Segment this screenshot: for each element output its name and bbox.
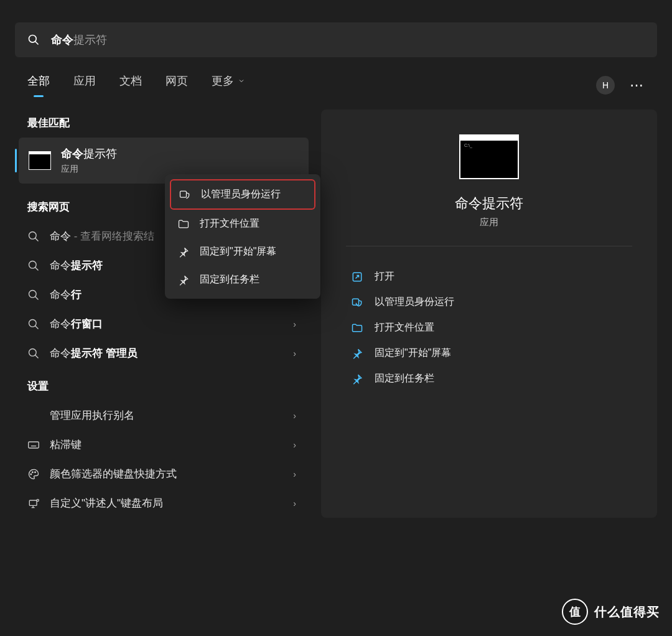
action-pin-to-taskbar[interactable]: 固定到任务栏: [334, 366, 645, 391]
svg-point-19: [32, 471, 34, 472]
settings-result-4[interactable]: 自定义"讲述人"键盘布局 ›: [15, 489, 309, 518]
settings-result-1[interactable]: 管理应用执行别名 ›: [15, 401, 309, 430]
svg-line-7: [35, 296, 39, 299]
search-input-text: 命令提示符: [51, 32, 107, 47]
search-icon: [27, 289, 40, 301]
more-options-button[interactable]: ⋯: [630, 77, 645, 93]
pin-icon: [351, 373, 363, 385]
tab-web[interactable]: 网页: [166, 73, 188, 97]
svg-line-11: [35, 355, 39, 358]
details-title: 命令提示符: [334, 194, 645, 213]
search-icon: [27, 34, 40, 46]
palette-icon: [27, 468, 40, 480]
context-menu: 以管理员身份运行 打开文件位置 固定到"开始"屏幕 固定到任务栏: [165, 174, 320, 299]
section-best-match: 最佳匹配: [27, 116, 296, 130]
action-open-file-location[interactable]: 打开文件位置: [334, 315, 645, 340]
best-match-title: 命令提示符: [61, 146, 117, 161]
svg-point-20: [35, 471, 36, 472]
chevron-down-icon: [238, 77, 245, 85]
pin-icon: [177, 246, 190, 258]
user-avatar[interactable]: H: [596, 76, 615, 95]
chevron-right-icon: ›: [293, 440, 296, 450]
web-result-5[interactable]: 命令提示符 管理员 ›: [15, 339, 309, 368]
search-icon: [27, 318, 40, 330]
svg-line-3: [35, 238, 39, 241]
pin-icon: [351, 347, 363, 360]
context-pin-to-taskbar[interactable]: 固定到任务栏: [170, 266, 315, 294]
svg-point-24: [37, 499, 39, 501]
svg-point-4: [29, 261, 37, 268]
search-icon: [27, 230, 40, 243]
best-match-subtitle: 应用: [61, 164, 117, 175]
context-pin-to-start[interactable]: 固定到"开始"屏幕: [170, 238, 315, 266]
svg-line-1: [35, 42, 39, 45]
action-run-as-admin[interactable]: 以管理员身份运行: [334, 289, 645, 315]
search-icon: [27, 260, 40, 272]
svg-rect-12: [29, 442, 39, 448]
svg-point-10: [29, 348, 37, 356]
chevron-right-icon: ›: [293, 411, 296, 421]
shield-admin-icon: [351, 296, 363, 309]
web-result-4[interactable]: 命令行窗口 ›: [15, 309, 309, 339]
app-large-icon: [459, 134, 519, 179]
svg-point-6: [29, 290, 37, 297]
pin-icon: [177, 274, 190, 286]
cmd-icon: [29, 151, 51, 170]
search-icon: [27, 347, 40, 360]
svg-point-18: [30, 474, 32, 475]
narrator-icon: [27, 497, 40, 510]
svg-line-5: [35, 267, 39, 270]
keyboard-icon: [27, 439, 40, 451]
svg-point-0: [29, 35, 37, 43]
context-open-file-location[interactable]: 打开文件位置: [170, 210, 315, 238]
tab-more[interactable]: 更多: [212, 73, 245, 97]
chevron-right-icon: ›: [293, 348, 296, 358]
search-bar[interactable]: 命令提示符: [15, 22, 657, 57]
open-icon: [351, 271, 363, 283]
watermark: 值 什么值得买: [562, 599, 660, 625]
svg-rect-27: [180, 191, 187, 197]
svg-point-2: [29, 231, 37, 239]
tab-docs[interactable]: 文档: [119, 73, 142, 97]
details-subtitle: 应用: [334, 217, 645, 228]
section-settings: 设置: [27, 379, 296, 393]
chevron-right-icon: ›: [293, 498, 296, 508]
divider: [346, 246, 632, 246]
svg-point-8: [29, 319, 37, 327]
tab-all[interactable]: 全部: [27, 73, 50, 97]
action-pin-to-start[interactable]: 固定到"开始"屏幕: [334, 340, 645, 366]
tab-apps[interactable]: 应用: [73, 73, 96, 97]
tabs-row: 全部 应用 文档 网页 更多 H ⋯: [27, 73, 645, 97]
settings-result-2[interactable]: 粘滞键 ›: [15, 430, 309, 459]
watermark-text: 什么值得买: [594, 604, 660, 620]
shield-admin-icon: [179, 189, 191, 201]
chevron-right-icon: ›: [293, 469, 296, 479]
svg-line-9: [35, 325, 39, 329]
watermark-icon: 值: [562, 599, 588, 625]
svg-rect-26: [353, 299, 359, 305]
folder-icon: [177, 218, 190, 230]
results-column: 最佳匹配 命令提示符 应用 搜索网页 命令 - 查看网络搜索结 › 命令提示符 …: [15, 110, 309, 518]
context-run-as-admin[interactable]: 以管理员身份运行: [170, 179, 315, 210]
folder-icon: [351, 322, 363, 334]
settings-result-3[interactable]: 颜色筛选器的键盘快捷方式 ›: [15, 459, 309, 489]
action-open[interactable]: 打开: [334, 264, 645, 289]
details-panel: 命令提示符 应用 打开 以管理员身份运行 打开文件位置 固定到"开始"屏幕 固定…: [321, 110, 657, 518]
chevron-right-icon: ›: [293, 319, 296, 329]
svg-rect-21: [29, 500, 37, 505]
